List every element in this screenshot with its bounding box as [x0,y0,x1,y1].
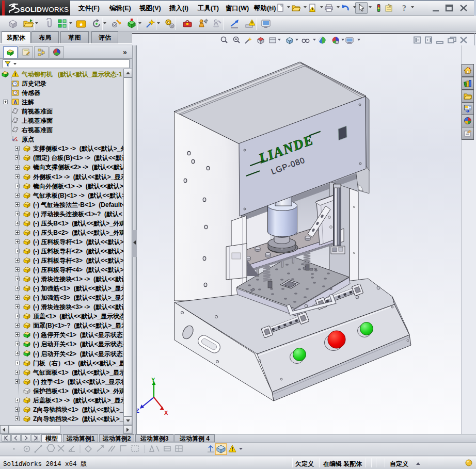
svg-text:SOLIDWORKS: SOLIDWORKS [20,6,69,13]
svg-text:Y: Y [151,377,155,383]
svg-text:X: X [164,410,168,416]
svg-text:?: ? [402,4,406,12]
